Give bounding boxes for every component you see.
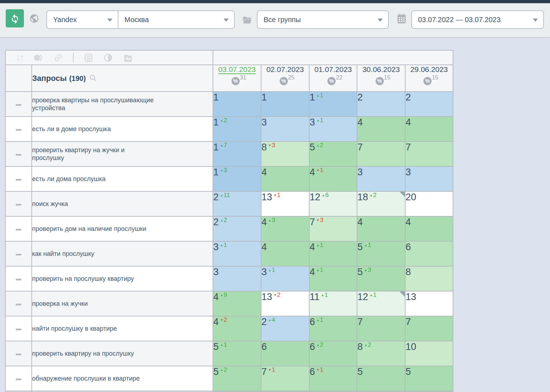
rank-cell[interactable]: 211 [213,191,261,216]
rank-cell[interactable]: 82 [357,341,405,366]
rank-cell[interactable]: 3 [213,266,261,291]
rank-cell[interactable]: 62 [309,341,357,366]
rank-cell[interactable]: 3 [405,166,453,191]
rank-cell[interactable]: 71 [261,366,309,391]
rank-cell[interactable]: 83 [261,141,309,166]
rank-cell[interactable]: 1 [213,92,261,117]
row-select-cell[interactable] [5,216,32,241]
rank-cell[interactable]: 51 [213,341,261,366]
date-column-header[interactable]: 29.06.2023 %15 [405,65,453,92]
query-cell[interactable]: поиск жучка [32,191,213,216]
rank-cell[interactable]: 7 [357,141,405,166]
rank-cell[interactable]: 6 [405,241,453,266]
rank-cell[interactable]: 7 [405,316,453,341]
rank-cell[interactable]: 132 [261,291,309,316]
rank-cell[interactable]: 11 [309,92,357,117]
rank-cell[interactable]: 4 [261,166,309,191]
rank-cell[interactable]: 24 [261,316,309,341]
refresh-button[interactable] [6,9,24,27]
search-engine-select[interactable]: Yandex [46,10,118,29]
rank-cell[interactable]: 2 [405,92,453,117]
rank-cell[interactable]: 61 [309,316,357,341]
rank-cell[interactable]: 42 [213,316,261,341]
rank-cell[interactable]: 12 [213,117,261,141]
rank-cell[interactable]: 41 [309,266,357,291]
contrast-icon[interactable] [103,53,113,63]
rank-cell[interactable]: 4 [357,117,405,141]
row-select-cell[interactable] [5,291,32,316]
rank-cell[interactable]: 4 [405,117,453,141]
date-label[interactable]: 02.07.2023 [266,65,304,73]
rank-cell[interactable]: 13 [405,291,453,316]
rank-cell[interactable]: 131 [261,191,309,216]
row-select-cell[interactable] [5,241,32,266]
rank-cell[interactable]: 31 [309,117,357,141]
sort-icon[interactable]: ↓↑ [16,53,23,62]
date-label[interactable]: 01.07.2023 [314,65,352,73]
row-select-cell[interactable] [5,166,32,191]
rank-cell[interactable]: 52 [213,366,261,391]
region-select[interactable]: Москва [118,10,235,29]
row-select-cell[interactable] [5,266,32,291]
query-cell[interactable]: проверить квартиру на жучки и прослушку [32,141,213,166]
rank-cell[interactable]: 51 [357,241,405,266]
rank-cell[interactable]: 3 [357,166,405,191]
rank-cell[interactable]: 22 [213,216,261,241]
search-icon[interactable] [89,77,97,83]
date-label[interactable]: 30.06.2023 [362,65,400,73]
date-column-header[interactable]: 30.06.2023 %15 [357,65,405,92]
rank-cell[interactable]: 13 [213,166,261,191]
query-cell[interactable]: проверить квартиру на прослушку [32,341,213,366]
rank-cell[interactable]: 73 [309,216,357,241]
rank-cell[interactable]: 182 [357,191,405,216]
query-cell[interactable]: найти прослушку в квартире [32,316,213,341]
rank-cell[interactable]: 4 [261,241,309,266]
query-cell[interactable]: обнаружение прослушки в квартире [32,366,213,391]
groups-select[interactable]: Все группы [257,10,389,29]
row-select-cell[interactable] [5,366,32,391]
rank-cell[interactable]: 17 [213,141,261,166]
rank-cell[interactable]: 7 [405,141,453,166]
rank-cell[interactable]: 2 [357,92,405,117]
row-select-cell[interactable] [5,92,32,117]
rank-cell[interactable]: 10 [405,341,453,366]
rank-cell[interactable]: 7 [357,316,405,341]
rank-cell[interactable]: 5 [357,366,405,391]
rank-cell[interactable]: 20 [405,191,453,216]
rank-cell[interactable]: 4 [357,216,405,241]
row-select-cell[interactable] [5,191,32,216]
rank-cell[interactable]: 53 [357,266,405,291]
rank-cell[interactable]: 126 [309,191,357,216]
rank-cell[interactable]: 41 [309,166,357,191]
query-cell[interactable]: как найти прослушку [32,241,213,266]
row-select-cell[interactable] [5,117,32,141]
date-column-header[interactable]: 03.07.2023 %31 [213,65,261,92]
rank-cell[interactable]: 121 [357,291,405,316]
date-range-select[interactable]: 03.07.2022 — 03.07.2023 [411,10,544,29]
rank-cell[interactable]: 6 [261,341,309,366]
row-select-cell[interactable] [5,141,32,166]
query-cell[interactable]: проверка квартиры на прослушивающие устр… [32,92,213,117]
text-format-icon[interactable]: Aa [123,53,133,63]
rank-cell[interactable]: 3 [261,117,309,141]
row-select-cell[interactable] [5,341,32,366]
query-cell[interactable]: есть ли в доме прослушка [32,117,213,141]
date-label[interactable]: 29.06.2023 [410,65,448,73]
snapshot-icon[interactable] [33,53,44,62]
rank-cell[interactable]: 31 [213,241,261,266]
row-select-cell[interactable] [5,316,32,341]
query-cell[interactable]: есть ли дома прослушка [32,166,213,191]
rank-cell[interactable]: 1 [261,92,309,117]
rank-cell[interactable]: 8 [405,266,453,291]
panel-icon[interactable] [83,53,93,63]
rank-cell[interactable]: 52 [309,141,357,166]
rank-cell[interactable]: 49 [213,291,261,316]
rank-cell[interactable]: 5 [405,366,453,391]
query-cell[interactable]: проверка на жучки [32,291,213,316]
query-cell[interactable]: проверить дом на наличие прослушки [32,216,213,241]
rank-cell[interactable]: 31 [261,266,309,291]
date-label[interactable]: 03.07.2023 [218,65,256,73]
date-column-header[interactable]: 02.07.2023 %25 [261,65,309,92]
rank-cell[interactable]: 43 [261,216,309,241]
rank-cell[interactable]: 4 [405,216,453,241]
